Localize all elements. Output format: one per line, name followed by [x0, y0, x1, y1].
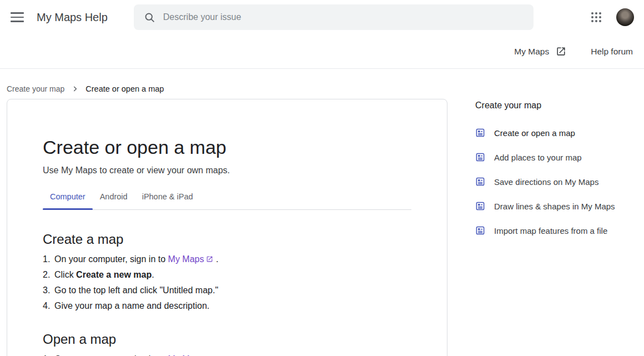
open-in-new-icon: [556, 46, 566, 57]
article-icon: [475, 128, 485, 138]
step-text: On your computer, sign in to: [54, 254, 168, 264]
breadcrumb-current: Create or open a map: [85, 84, 164, 93]
sidebar-item-import-map-features: Import map features from a file: [475, 218, 636, 243]
step-text: Go to the top left and click "Untitled m…: [54, 285, 218, 295]
tab-android[interactable]: Android: [93, 184, 135, 209]
article-card: Create or open a map Use My Maps to crea…: [7, 99, 447, 356]
my-maps-inline-link[interactable]: My Maps: [168, 254, 204, 264]
platform-tabs: Computer Android iPhone & iPad: [43, 184, 411, 210]
step-item: Go to the top left and click "Untitled m…: [43, 283, 411, 298]
breadcrumb: Create your map Create or open a map: [0, 69, 644, 99]
breadcrumb-parent-link[interactable]: Create your map: [7, 84, 64, 93]
step-bold-text: Create a new map: [76, 270, 152, 279]
menu-icon[interactable]: [9, 9, 26, 26]
help-forum-link-label: Help forum: [591, 47, 633, 57]
sidebar-item-create-or-open-a-map: Create or open a map: [475, 121, 636, 145]
step-text: .: [152, 270, 154, 279]
sidebar-link[interactable]: Create or open a map: [475, 121, 636, 145]
my-maps-link-label: My Maps: [514, 47, 549, 57]
top-app-bar: My Maps Help: [0, 0, 644, 34]
sidebar-link[interactable]: Save directions on My Maps: [475, 169, 636, 194]
steps-list: On your computer, sign in to My Maps: [43, 352, 411, 356]
google-apps-icon[interactable]: [585, 6, 607, 28]
tab-computer[interactable]: Computer: [43, 184, 93, 209]
tab-iphone-ipad[interactable]: iPhone & iPad: [135, 184, 200, 209]
sidebar-item-draw-lines-shapes: Draw lines & shapes in My Maps: [475, 194, 636, 218]
sidebar-item-label: Draw lines & shapes in My Maps: [494, 202, 615, 211]
steps-list: On your computer, sign in to My Maps . C…: [43, 252, 411, 314]
article-subtitle: Use My Maps to create or view your own m…: [43, 164, 411, 177]
search-icon: [144, 12, 155, 23]
section-heading: Create a map: [43, 232, 411, 247]
article-title: Create or open a map: [43, 136, 411, 158]
sidebar-heading: Create your map: [475, 100, 636, 111]
sidebar-link[interactable]: Add places to your map: [475, 145, 636, 169]
open-in-new-icon: [206, 255, 213, 263]
sidebar-item-save-directions: Save directions on My Maps: [475, 169, 636, 194]
sidebar-list: Create or open a map Add places to your …: [475, 121, 636, 243]
step-item: On your computer, sign in to My Maps .: [43, 252, 411, 267]
step-text: .: [213, 254, 218, 264]
search-bar[interactable]: [134, 4, 534, 30]
section-open-a-map: Open a map On your computer, sign in to …: [43, 332, 411, 356]
sidebar-item-label: Save directions on My Maps: [494, 177, 598, 187]
search-input[interactable]: [163, 12, 525, 22]
sidebar-link[interactable]: Draw lines & shapes in My Maps: [475, 194, 636, 218]
article-icon: [475, 177, 485, 187]
sidebar-item-label: Import map features from a file: [494, 226, 607, 235]
article-icon: [475, 201, 485, 211]
apps-grid-icon: [590, 11, 603, 24]
step-item: On your computer, sign in to My Maps: [43, 352, 411, 356]
sidebar-item-add-places: Add places to your map: [475, 145, 636, 169]
step-text: Give your map a name and description.: [54, 301, 209, 310]
sidebar-item-label: Create or open a map: [494, 128, 575, 138]
article-icon: [475, 152, 485, 162]
page-title: My Maps Help: [37, 11, 108, 24]
section-create-a-map: Create a map On your computer, sign in t…: [43, 232, 411, 314]
chevron-right-icon: [71, 85, 79, 93]
step-item: Give your map a name and description.: [43, 298, 411, 314]
avatar[interactable]: [616, 8, 634, 26]
sidebar-link[interactable]: Import map features from a file: [475, 218, 636, 243]
help-forum-link[interactable]: Help forum: [591, 47, 633, 57]
my-maps-link[interactable]: My Maps: [514, 46, 566, 57]
step-item: Click Create a new map.: [43, 267, 411, 283]
section-heading: Open a map: [43, 332, 411, 347]
related-articles-sidebar: Create your map Create or open a map: [475, 99, 636, 243]
sidebar-item-label: Add places to your map: [494, 153, 582, 162]
article-icon: [475, 225, 485, 235]
secondary-nav: My Maps Help forum: [0, 34, 644, 69]
step-text: Click: [54, 270, 76, 279]
